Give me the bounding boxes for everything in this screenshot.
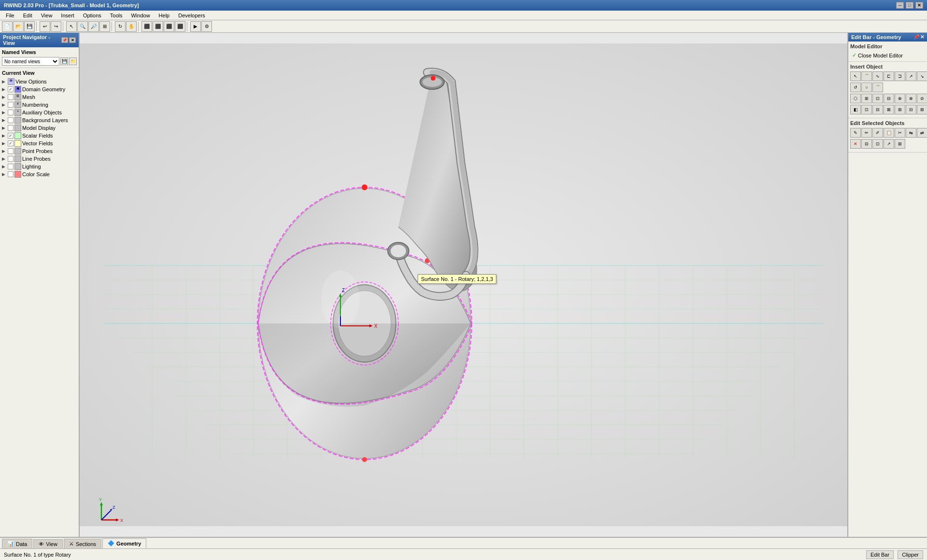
named-views-select[interactable]: No named views (2, 57, 59, 66)
tb-redo[interactable]: ↪ (51, 21, 61, 32)
tb-rotate[interactable]: ↻ (115, 21, 126, 32)
line-probes-check[interactable] (8, 156, 14, 162)
io-btn-10[interactable]: ⌒ (872, 83, 883, 92)
io-btn-8[interactable]: ↺ (850, 83, 861, 92)
tab-view[interactable]: 👁 View (33, 539, 63, 548)
tab-data[interactable]: 📊 Data (2, 539, 32, 548)
tb-view-side[interactable]: ⬛ (164, 21, 174, 32)
panel-pin-btn[interactable]: 📌 (61, 37, 68, 43)
domain-geometry-check[interactable] (8, 86, 14, 92)
tb-zoom-all[interactable]: ⊞ (99, 21, 110, 32)
tree-mesh[interactable]: ▶ ⊞ Mesh (2, 93, 77, 101)
menu-file[interactable]: File (2, 12, 18, 19)
io-btn-19[interactable]: ⊡ (861, 105, 872, 114)
panel-title-controls[interactable]: 📌 ✕ (61, 37, 76, 43)
tb-view-top[interactable]: ⬛ (153, 21, 163, 32)
io-btn-4[interactable]: ⊏ (884, 71, 894, 81)
minimize-button[interactable]: ─ (896, 2, 904, 9)
io-btn-9[interactable]: ○ (861, 83, 872, 92)
io-btn-3[interactable]: ∿ (872, 71, 883, 81)
tree-point-probes[interactable]: ▶ Point Probes (2, 147, 77, 155)
io-btn-12[interactable]: ⊞ (861, 94, 872, 103)
tb-zoom-out[interactable]: 🔎 (88, 21, 99, 32)
tree-domain-geometry[interactable]: ▶ ▣ Domain Geometry (2, 85, 77, 93)
io-btn-2[interactable]: ⌒ (861, 71, 872, 81)
io-btn-13[interactable]: ⊡ (872, 94, 883, 103)
io-btn-24[interactable]: ⊞ (917, 105, 927, 114)
tree-background-layers[interactable]: ▶ Background Layers (2, 116, 77, 124)
close-button[interactable]: ✕ (915, 2, 923, 9)
right-panel-pin[interactable]: 📌 (913, 34, 919, 40)
tb-view-iso[interactable]: ⬛ (175, 21, 185, 32)
es-btn-9[interactable]: ⊟ (861, 139, 872, 149)
tb-undo[interactable]: ↩ (40, 21, 50, 32)
menu-edit[interactable]: Edit (19, 12, 36, 19)
menu-tools[interactable]: Tools (106, 12, 126, 19)
io-btn-16[interactable]: ⊗ (906, 94, 916, 103)
io-btn-11[interactable]: ⬡ (850, 94, 861, 103)
tb-settings[interactable]: ⚙ (201, 21, 212, 32)
es-btn-5[interactable]: ✂ (895, 128, 905, 138)
es-btn-2[interactable]: ✏ (861, 128, 872, 138)
viewport[interactable]: X Z Surface No. 1 - Rotary; 1,2,1,3 X Y … (80, 33, 847, 537)
es-btn-1[interactable]: ✎ (850, 128, 861, 138)
close-model-editor-btn[interactable]: ✓ Close Model Editor (850, 51, 925, 59)
scalar-fields-check[interactable] (8, 133, 14, 139)
io-btn-5[interactable]: ⊐ (895, 71, 905, 81)
named-views-save-btn[interactable]: 💾 (60, 57, 68, 65)
es-btn-3[interactable]: ✐ (872, 128, 883, 138)
bg-layers-check[interactable] (8, 117, 14, 123)
menu-insert[interactable]: Insert (57, 12, 78, 19)
tree-view-options[interactable]: ▶ 👁 View Options (2, 78, 77, 85)
menu-window[interactable]: Window (127, 12, 154, 19)
es-btn-11[interactable]: ↗ (884, 139, 894, 149)
right-panel-controls[interactable]: 📌 ✕ (913, 34, 924, 40)
io-btn-14[interactable]: ⊟ (884, 94, 894, 103)
io-btn-18[interactable]: ◧ (850, 105, 861, 114)
es-btn-4[interactable]: 📋 (884, 128, 894, 138)
tree-lighting[interactable]: ▶ Lighting (2, 163, 77, 170)
mesh-check[interactable] (8, 94, 14, 100)
es-btn-6[interactable]: ⇆ (906, 128, 916, 138)
tb-select[interactable]: ↖ (66, 21, 77, 32)
auxiliary-check[interactable] (8, 110, 14, 115)
io-btn-21[interactable]: ⊠ (884, 105, 894, 114)
io-btn-15[interactable]: ⊕ (895, 94, 905, 103)
model-display-check[interactable] (8, 125, 14, 131)
vector-fields-check[interactable] (8, 140, 14, 146)
tree-color-scale[interactable]: ▶ Color Scale (2, 170, 77, 178)
tab-geometry[interactable]: 🔷 Geometry (102, 538, 146, 548)
es-btn-10[interactable]: ⊡ (872, 139, 883, 149)
io-btn-23[interactable]: ⊟ (906, 105, 916, 114)
menu-help[interactable]: Help (155, 12, 174, 19)
tb-zoom-in[interactable]: 🔍 (77, 21, 88, 32)
io-btn-20[interactable]: ⊟ (872, 105, 883, 114)
io-btn-7[interactable]: ↘ (917, 71, 927, 81)
named-views-folder-btn[interactable]: 📁 (69, 57, 77, 65)
right-panel-close[interactable]: ✕ (920, 34, 924, 40)
es-btn-12[interactable]: ⊞ (895, 139, 905, 149)
lighting-check[interactable] (8, 164, 14, 169)
numbering-check[interactable] (8, 102, 14, 108)
tb-new[interactable]: 📄 (2, 21, 13, 32)
tree-line-probes[interactable]: ▶ Line Probes (2, 155, 77, 163)
tb-view-front[interactable]: ⬛ (141, 21, 152, 32)
color-scale-check[interactable] (8, 171, 14, 177)
tree-numbering[interactable]: ▶ # Numbering (2, 101, 77, 109)
panel-close-btn[interactable]: ✕ (69, 37, 76, 43)
tree-auxiliary-objects[interactable]: ▶ + Auxiliary Objects (2, 109, 77, 116)
tb-save[interactable]: 💾 (24, 21, 35, 32)
io-btn-17[interactable]: ⊘ (917, 94, 927, 103)
tb-pan[interactable]: ✋ (126, 21, 137, 32)
edit-bar-btn[interactable]: Edit Bar (866, 550, 894, 559)
tab-sections[interactable]: ⚔ Sections (64, 539, 101, 548)
clipper-btn[interactable]: Clipper (898, 550, 923, 559)
tree-scalar-fields[interactable]: ▶ Scalar Fields (2, 132, 77, 140)
menu-options[interactable]: Options (79, 12, 105, 19)
tb-render[interactable]: ▶ (190, 21, 201, 32)
menu-view[interactable]: View (37, 12, 56, 19)
tree-model-display[interactable]: ▶ Model Display (2, 124, 77, 132)
io-btn-1[interactable]: ↖ (850, 71, 861, 81)
io-btn-22[interactable]: ⊞ (895, 105, 905, 114)
maximize-button[interactable]: □ (906, 2, 913, 9)
